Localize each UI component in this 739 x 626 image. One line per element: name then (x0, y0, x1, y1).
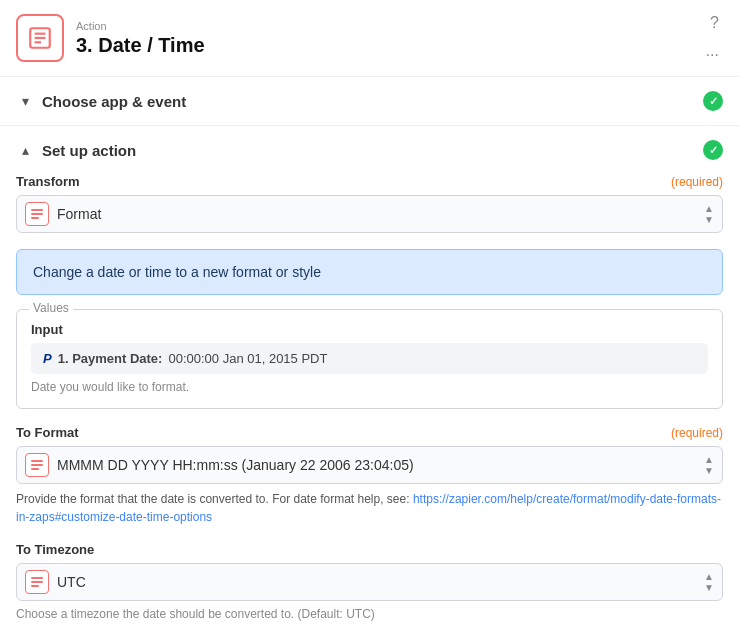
chevron-down-icon: ▾ (16, 92, 34, 110)
transform-required: (required) (671, 175, 723, 189)
transform-select-icon (25, 202, 49, 226)
header-actions: ? ... (702, 12, 723, 62)
to-timezone-field: To Timezone UTC ▲▼ Choose a timezone the… (16, 542, 723, 621)
section-setup-action: ▴ Set up action Transform (required) For… (0, 126, 739, 626)
to-format-label-row: To Format (required) (16, 425, 723, 440)
section-choose-app-label: Choose app & event (42, 93, 703, 110)
values-box: Values Input P 1. Payment Date: 00:00:00… (16, 309, 723, 409)
chevron-up-icon: ▴ (16, 141, 34, 159)
action-icon (16, 14, 64, 62)
section-setup-action-body: Transform (required) Format ▲▼ Change a … (0, 174, 739, 626)
to-timezone-value: UTC (57, 574, 686, 590)
paypal-icon: P (43, 351, 52, 366)
svg-rect-7 (31, 460, 43, 462)
info-box: Change a date or time to a new format or… (16, 249, 723, 295)
page-title: 3. Date / Time (76, 34, 205, 57)
to-format-help: Provide the format that the date is conv… (16, 490, 723, 526)
svg-rect-5 (31, 213, 43, 215)
svg-rect-11 (31, 581, 43, 583)
svg-rect-6 (31, 217, 39, 219)
to-format-label: To Format (16, 425, 79, 440)
svg-rect-8 (31, 464, 43, 466)
section-setup-action-complete-icon (703, 140, 723, 160)
to-format-help-text-before: Provide the format that the date is conv… (16, 492, 413, 506)
svg-rect-9 (31, 468, 39, 470)
transform-label-row: Transform (required) (16, 174, 723, 189)
to-timezone-label: To Timezone (16, 542, 94, 557)
input-value-prefix: 1. Payment Date: (58, 351, 163, 366)
input-value-box[interactable]: P 1. Payment Date: 00:00:00 Jan 01, 2015… (31, 343, 708, 374)
svg-rect-12 (31, 585, 39, 587)
section-choose-app: ▾ Choose app & event (0, 77, 739, 126)
action-label: Action (76, 20, 205, 32)
transform-field: Transform (required) Format ▲▼ (16, 174, 723, 233)
page-header: Action 3. Date / Time ? ... (0, 0, 739, 77)
svg-rect-4 (31, 209, 43, 211)
section-choose-app-complete-icon (703, 91, 723, 111)
to-timezone-arrows-icon: ▲▼ (704, 571, 714, 593)
to-timezone-label-row: To Timezone (16, 542, 723, 557)
to-timezone-select-icon (25, 570, 49, 594)
to-format-select[interactable]: MMMM DD YYYY HH:mm:ss (January 22 2006 2… (16, 446, 723, 484)
transform-value: Format (57, 206, 686, 222)
to-format-required: (required) (671, 426, 723, 440)
svg-rect-10 (31, 577, 43, 579)
to-format-select-icon (25, 453, 49, 477)
help-button[interactable]: ? (706, 12, 723, 34)
section-choose-app-header[interactable]: ▾ Choose app & event (0, 77, 739, 125)
section-setup-action-label: Set up action (42, 142, 703, 159)
more-menu-button[interactable]: ... (702, 40, 723, 62)
transform-arrows-icon: ▲▼ (704, 203, 714, 225)
section-setup-action-header[interactable]: ▴ Set up action (0, 126, 739, 174)
to-timezone-hint: Choose a timezone the date should be con… (16, 607, 723, 621)
to-format-value: MMMM DD YYYY HH:mm:ss (January 22 2006 2… (57, 457, 686, 473)
input-value-suffix: 00:00:00 Jan 01, 2015 PDT (168, 351, 327, 366)
transform-select[interactable]: Format ▲▼ (16, 195, 723, 233)
values-legend: Values (29, 301, 73, 315)
to-timezone-select[interactable]: UTC ▲▼ (16, 563, 723, 601)
info-box-text: Change a date or time to a new format or… (33, 264, 321, 280)
input-hint: Date you would like to format. (31, 380, 708, 394)
to-format-arrows-icon: ▲▼ (704, 454, 714, 476)
to-format-field: To Format (required) MMMM DD YYYY HH:mm:… (16, 425, 723, 526)
transform-label: Transform (16, 174, 80, 189)
header-text-group: Action 3. Date / Time (76, 20, 205, 57)
input-sublabel: Input (31, 322, 708, 337)
